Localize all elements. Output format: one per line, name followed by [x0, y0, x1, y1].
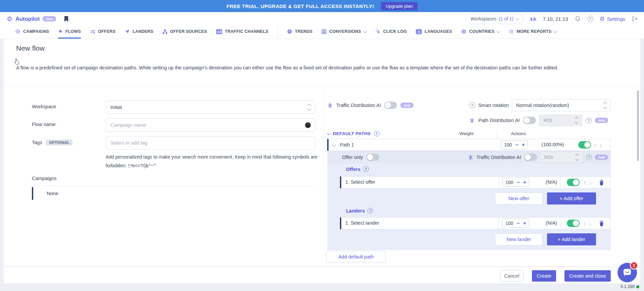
upgrade-plan-button[interactable]: Upgrade plan: [381, 2, 417, 10]
workspaces-selector[interactable]: Workspaces (1 of 1): [465, 13, 524, 24]
nav-flows[interactable]: ⚑ FLOWS: [58, 25, 81, 39]
nav-trends[interactable]: TRENDS: [287, 25, 313, 39]
translate-icon[interactable]: x̄A: [530, 16, 536, 22]
nav-countries[interactable]: COUNTRIES: [461, 25, 500, 39]
cell-separator: [498, 177, 499, 188]
status-online-dot: [636, 285, 639, 288]
bookmark-icon[interactable]: [64, 16, 69, 22]
path-weight-control: 100 − +: [501, 140, 528, 150]
workspaces-label: Workspaces: [470, 16, 496, 21]
offers-help-icon[interactable]: ?: [363, 166, 369, 172]
notifications-bell-icon[interactable]: [575, 15, 581, 22]
lander-select[interactable]: 1. Select lander: [345, 220, 379, 226]
smart-rotation-select[interactable]: Normal rotation(random): [512, 99, 611, 111]
offer-select[interactable]: 1. Select offer: [345, 179, 375, 185]
page-title: New flow: [16, 44, 45, 52]
nav-landers[interactable]: LANDERS: [125, 25, 153, 39]
grid-icon: [321, 29, 327, 34]
cancel-button[interactable]: Cancel: [500, 270, 524, 282]
ai-icon: [327, 103, 333, 108]
tags-input[interactable]: Select or add tag: [106, 136, 315, 150]
nav-label: FLOWS: [65, 29, 81, 34]
move-up-icon[interactable]: ↑: [584, 221, 586, 226]
new-flow-card: New flow A flow is a predefined set of c…: [4, 39, 640, 283]
gears-icon: ⚙: [7, 16, 12, 22]
offer-weight-value[interactable]: 100: [505, 180, 513, 185]
help-icon[interactable]: ?: [587, 16, 593, 22]
default-paths-toggle[interactable]: DEFAULT PATHS ?: [327, 131, 380, 136]
workspaces-count: (1 of 1): [499, 16, 513, 21]
move-down-icon[interactable]: ↓: [589, 221, 592, 226]
plus-icon[interactable]: +: [522, 142, 525, 148]
nav-languages[interactable]: A LANGUAGES: [416, 25, 452, 39]
settings-link[interactable]: ⚙ Settings: [600, 15, 625, 22]
minus-icon[interactable]: −: [516, 221, 519, 226]
add-offer-button[interactable]: + Add offer: [547, 192, 596, 205]
campaigns-divider: [32, 186, 315, 186]
plus-icon[interactable]: +: [523, 221, 526, 226]
logout-icon[interactable]: [632, 16, 638, 22]
minus-icon[interactable]: −: [516, 180, 519, 185]
lander-weight-value[interactable]: 100: [505, 221, 513, 226]
nav-more-reports[interactable]: MORE REPORTS: [509, 25, 557, 39]
traffic-ai-row: Traffic Distribution AI new ? Smart rota…: [327, 99, 611, 111]
add-lander-button[interactable]: + Add lander: [547, 233, 596, 245]
nav-offer-sources[interactable]: OFFER SOURCES: [162, 25, 207, 39]
new-lander-button[interactable]: New lander: [495, 233, 543, 245]
ai-icon: [468, 155, 474, 160]
path-ai-toggle[interactable]: [523, 117, 536, 124]
flow-name-input[interactable]: Campaign name: [106, 118, 315, 132]
datetime-display: 7.10, 21:13: [543, 16, 568, 22]
create-and-close-button[interactable]: Create and close: [564, 270, 611, 282]
nav-offers[interactable]: OFFERS: [90, 25, 115, 39]
settings-gear-icon: ⚙: [600, 15, 605, 22]
select-caret-icon: [308, 104, 311, 110]
offers-section-title: Offers ?: [346, 166, 369, 172]
chevron-down-icon[interactable]: [332, 142, 336, 146]
default-paths-help-icon[interactable]: ?: [374, 131, 380, 136]
panel-scrollbar[interactable]: [637, 91, 639, 161]
lander-enabled-toggle[interactable]: [567, 220, 580, 227]
click-cursor-icon: [376, 29, 381, 34]
path-traffic-ai-toggle[interactable]: [524, 154, 537, 161]
minus-icon[interactable]: −: [515, 142, 518, 148]
workspace-select[interactable]: Initial: [106, 101, 315, 114]
path-details-block: Offer only Traffic Distribution AI ROI ?…: [327, 151, 611, 250]
offer-only-toggle[interactable]: [366, 154, 379, 161]
flow-color-dot[interactable]: [305, 122, 311, 128]
delete-offer-icon[interactable]: [599, 180, 604, 185]
add-default-path-button[interactable]: Add default path: [326, 251, 386, 263]
nav-conversions[interactable]: CONVERSIONS: [321, 25, 366, 39]
app-logo[interactable]: ⚙ Autopilot new: [7, 16, 69, 22]
plus-icon[interactable]: +: [523, 180, 526, 185]
traffic-ai-toggle[interactable]: [384, 102, 397, 109]
landers-help-icon[interactable]: ?: [367, 208, 373, 214]
smart-rotation-help-icon[interactable]: ?: [469, 102, 475, 108]
nav-click-log[interactable]: CLICK LOG: [376, 25, 407, 39]
globe-icon: [461, 29, 466, 34]
path-row[interactable]: Path 1 100 − + (100.00%) ↑ ↓: [327, 139, 611, 151]
campaigns-label: Campaigns: [32, 176, 56, 181]
path-weight-value[interactable]: 100: [504, 142, 512, 148]
optional-badge: OPTIONAL: [46, 139, 73, 146]
move-up-icon[interactable]: ↑: [594, 142, 597, 148]
flow-name-label: Flow name: [32, 122, 56, 127]
nav-campaigns[interactable]: CAMPAIGNS: [15, 25, 49, 39]
settings-label: Settings: [607, 16, 625, 22]
delete-lander-icon[interactable]: [599, 221, 604, 226]
create-button[interactable]: Create: [532, 270, 556, 282]
cell-separator: [560, 218, 560, 229]
offer-enabled-toggle[interactable]: [567, 179, 580, 186]
chat-widget-button[interactable]: 1: [617, 263, 637, 282]
move-up-icon[interactable]: ↑: [584, 180, 586, 185]
new-offer-button[interactable]: New offer: [495, 192, 543, 205]
offer-row: 1. Select offer 100 − + (N/A) ↑ ↓: [340, 176, 611, 188]
path-ai-help-icon[interactable]: ?: [586, 117, 592, 123]
path-enabled-toggle[interactable]: [578, 141, 591, 149]
traffic-ai-help-icon[interactable]: ?: [586, 154, 592, 160]
nav-traffic-channels[interactable]: Ad TRAFFIC CHANNELS: [216, 25, 268, 39]
move-down-icon[interactable]: ↓: [599, 142, 602, 148]
move-down-icon[interactable]: ↓: [589, 180, 592, 185]
nav-label: LANDERS: [133, 29, 153, 34]
clock-icon: [287, 29, 292, 34]
